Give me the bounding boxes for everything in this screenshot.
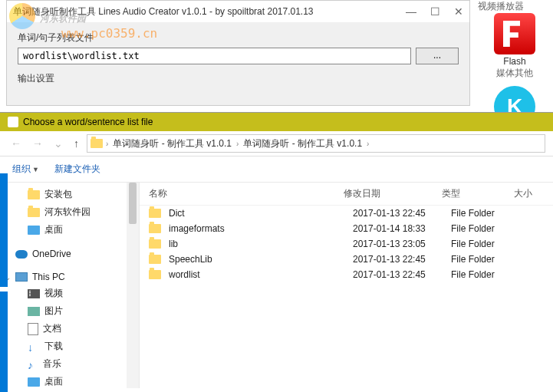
breadcrumb-segment[interactable]: 单词随身听 - 制作工具 v1.0.1 (111, 137, 233, 150)
file-list: 名称 修改日期 类型 大小 Dict2017-01-13 22:45File F… (140, 183, 553, 388)
file-row[interactable]: imageformats2017-01-14 18:33File Folder (140, 221, 553, 236)
file-type: File Folder (451, 269, 523, 280)
folder-tree: 安装包 河东软件园 桌面 ›OneDrive ⌄This PC 视频 图片 文档… (0, 183, 140, 388)
col-type[interactable]: 类型 (442, 187, 514, 200)
output-label: 输出设置 (18, 72, 459, 85)
breadcrumb-segment[interactable]: 单词随身听 - 制作工具 v1.0.1 (242, 137, 364, 150)
nav-recent-dropdown[interactable]: ⌄ (51, 136, 66, 151)
app-window: 单词随身听制作工具 Lines Audio Creator v1.0.1 - b… (6, 0, 470, 106)
nav-up-button[interactable]: ↑ (71, 136, 82, 151)
file-type: File Folder (451, 223, 523, 234)
folder-icon (28, 208, 40, 217)
pc-icon (15, 272, 28, 282)
nav-back-button[interactable]: ← (8, 136, 25, 151)
left-edge-strip (0, 173, 8, 392)
file-dialog: Choose a word/sentence list file ← → ⌄ ↑… (0, 112, 553, 392)
file-row[interactable]: wordlist2017-01-13 22:45File Folder (140, 267, 553, 282)
nav-bar: ← → ⌄ ↑ › 单词随身听 - 制作工具 v1.0.1 › 单词随身听 - … (0, 131, 553, 156)
music-icon: ♪ (28, 359, 38, 370)
file-row[interactable]: SpeechLib2017-01-13 22:45File Folder (140, 252, 553, 267)
desktop-text-top: 视频播放器 (478, 0, 551, 13)
folder-icon (149, 209, 161, 218)
file-type: File Folder (451, 254, 523, 265)
file-name: SpeechLib (169, 254, 353, 265)
onedrive-icon (15, 250, 28, 259)
tree-item[interactable]: 下载 (0, 338, 139, 355)
file-name: lib (169, 239, 353, 249)
pictures-icon (28, 307, 40, 316)
file-type: File Folder (451, 208, 523, 219)
tree-item[interactable]: 河东软件园 (0, 203, 139, 221)
address-bar[interactable]: › 单词随身听 - 制作工具 v1.0.1 › 单词随身听 - 制作工具 v1.… (87, 134, 545, 153)
flash-icon (494, 13, 535, 54)
file-row[interactable]: lib2017-01-13 23:05File Folder (140, 236, 553, 252)
col-date[interactable]: 修改日期 (344, 187, 442, 200)
file-type: File Folder (451, 239, 523, 249)
tree-item-thispc[interactable]: ⌄This PC (0, 269, 139, 285)
new-folder-button[interactable]: 新建文件夹 (54, 163, 100, 176)
folder-icon (149, 224, 161, 233)
folder-icon (91, 139, 103, 148)
close-button[interactable]: ✕ (454, 5, 463, 18)
file-name: Dict (169, 208, 353, 219)
nav-forward-button[interactable]: → (29, 136, 46, 151)
tree-item[interactable]: 图片 (0, 302, 139, 320)
browse-button[interactable]: ... (416, 48, 459, 64)
file-date: 2017-01-13 22:45 (353, 254, 451, 265)
tree-item[interactable]: ♪音乐 (0, 355, 139, 373)
desktop-icon (28, 377, 40, 387)
file-name: imageformats (169, 223, 353, 234)
col-size[interactable]: 大小 (514, 187, 544, 200)
folder-icon (28, 190, 40, 199)
column-headers: 名称 修改日期 类型 大小 (140, 183, 553, 206)
file-date: 2017-01-13 23:05 (353, 239, 451, 249)
dialog-titlebar: Choose a word/sentence list file (0, 113, 553, 131)
tree-item[interactable]: 桌面 (0, 221, 139, 239)
titlebar: 单词随身听制作工具 Lines Audio Creator v1.0.1 - b… (7, 1, 469, 22)
file-name: wordlist (169, 269, 353, 280)
maximize-button[interactable]: ☐ (430, 5, 440, 18)
file-date: 2017-01-13 22:45 (353, 208, 451, 219)
desktop-icon (28, 226, 40, 235)
tree-item-onedrive[interactable]: ›OneDrive (0, 246, 139, 262)
tree-item[interactable]: 文档 (0, 320, 139, 338)
documents-icon (28, 323, 38, 335)
file-date: 2017-01-13 22:45 (353, 269, 451, 280)
folder-icon (149, 239, 161, 249)
downloads-icon (28, 341, 40, 352)
tree-scrollbar[interactable] (127, 183, 139, 388)
minimize-button[interactable]: — (406, 5, 416, 18)
dialog-toolbar: 组织 ▼ 新建文件夹 (0, 156, 553, 183)
organize-button[interactable]: 组织 ▼ (12, 163, 39, 176)
video-icon (28, 289, 40, 298)
tree-item[interactable]: 桌面 (0, 373, 139, 388)
window-title: 单词随身听制作工具 Lines Audio Creator v1.0.1 - b… (13, 5, 406, 18)
tree-item[interactable]: 视频 (0, 285, 139, 302)
watermark-url: www.pc0359.cn (61, 26, 157, 41)
wordlist-path-input[interactable] (18, 48, 411, 64)
dialog-icon (8, 117, 18, 127)
dialog-title: Choose a word/sentence list file (23, 117, 153, 127)
folder-icon (149, 255, 161, 264)
col-name[interactable]: 名称 (149, 187, 344, 200)
file-date: 2017-01-14 18:33 (353, 223, 451, 234)
folder-icon (149, 270, 161, 279)
tree-item[interactable]: 安装包 (0, 186, 139, 203)
desktop-icons: 视频播放器 Flash 媒体其他 K (478, 0, 551, 127)
flash-desktop-icon[interactable]: Flash 媒体其他 (478, 13, 551, 80)
file-row[interactable]: Dict2017-01-13 22:45File Folder (140, 206, 553, 221)
